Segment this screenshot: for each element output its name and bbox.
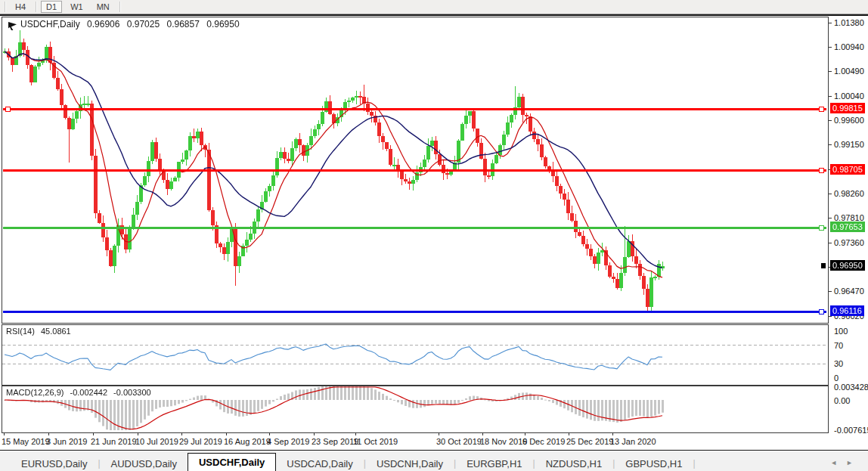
ohlc-close: 0.96950 xyxy=(206,19,239,29)
price-scale-label: 1.01380 xyxy=(834,18,864,27)
rsi-chart-canvas[interactable] xyxy=(2,325,826,383)
price-scale-tick xyxy=(829,194,832,194)
chart-tab-eurusd[interactable]: EURUSD,Daily xyxy=(11,456,98,471)
date-axis-label: 18 Nov 2019 xyxy=(480,437,527,446)
timeframe-button-mn[interactable]: MN xyxy=(91,1,115,13)
horizontal-level-line[interactable] xyxy=(3,311,826,313)
toolbar-separator xyxy=(36,2,36,12)
price-scale-tick xyxy=(829,291,832,292)
price-scale-label: 0.99150 xyxy=(834,140,864,149)
rsi-value: 45.0861 xyxy=(41,327,71,336)
current-price-badge: 0.96950 xyxy=(830,260,865,271)
date-axis-label: 25 Dec 2019 xyxy=(566,437,613,446)
price-scale-label: 0.98260 xyxy=(834,189,864,198)
date-axis-tick xyxy=(226,432,227,435)
level-price-badge: 0.99815 xyxy=(830,103,865,113)
horizontal-level-line[interactable] xyxy=(3,108,826,110)
timeframe-toolbar: H4D1W1MN xyxy=(0,0,868,14)
tab-scroll-right-icon[interactable]: ► xyxy=(846,459,862,466)
date-axis-tick xyxy=(48,432,49,435)
tab-scroll-left-icon[interactable]: ◄ xyxy=(830,459,846,466)
date-axis-label: 4 Sep 2019 xyxy=(267,437,309,446)
price-scale-label: 1.00940 xyxy=(834,42,864,51)
chart-tab-bar: EURUSD,Daily|AUDUSD,DailyUSDCHF,DailyUSD… xyxy=(0,450,868,471)
date-axis-tick xyxy=(93,432,94,435)
date-axis-tick xyxy=(314,432,315,435)
macd-scale-label: 0.003428 xyxy=(834,383,868,392)
date-axis-label: 13 Jan 2020 xyxy=(610,437,656,446)
main-chart-panel: USDCHF,Daily 0.96906 0.97025 0.96857 0.9… xyxy=(2,17,829,324)
date-axis-label: 15 May 2019 xyxy=(2,437,50,446)
price-scale-tick xyxy=(829,316,832,317)
price-scale-label: 0.96470 xyxy=(834,287,864,296)
date-axis-tick xyxy=(138,432,138,435)
rsi-indicator-panel: RSI(14) 45.0861 xyxy=(2,324,829,386)
chart-tab-eurgbp[interactable]: EURGBP,H1 xyxy=(456,456,532,471)
macd-name: MACD(12,26,9) xyxy=(6,388,64,397)
level-price-badge: 0.98705 xyxy=(830,164,865,175)
hline-handle[interactable] xyxy=(819,107,824,112)
price-scale-tick xyxy=(829,71,832,72)
timeframe-button-d1[interactable]: D1 xyxy=(41,1,62,13)
price-scale-tick xyxy=(829,23,832,23)
chart-info-line: USDCHF,Daily 0.96906 0.97025 0.96857 0.9… xyxy=(20,19,244,29)
hline-handle[interactable] xyxy=(5,107,11,112)
current-price-mark xyxy=(821,263,826,268)
chart-tab-usdchf[interactable]: USDCHF,Daily xyxy=(188,453,276,471)
date-axis-tick xyxy=(355,432,356,435)
date-axis-label: 10 Jul 2019 xyxy=(135,437,178,446)
date-axis[interactable]: 15 May 20193 Jun 201921 Jun 201910 Jul 2… xyxy=(0,432,868,449)
chart-tab-usdcad[interactable]: USDCAD,Daily xyxy=(276,456,363,471)
chart-tab-nzdusd[interactable]: NZDUSD,H1 xyxy=(535,456,612,471)
chart-tab-usdcnh[interactable]: USDCNH,Daily xyxy=(366,456,454,471)
timeframe-button-w1[interactable]: W1 xyxy=(65,1,88,13)
date-axis-label: 11 Oct 2019 xyxy=(353,437,398,446)
toolbar-divider xyxy=(0,14,868,16)
date-axis-label: 6 Dec 2019 xyxy=(522,437,565,446)
macd-main-value: -0.002442 xyxy=(70,388,107,397)
chart-tab-audusd[interactable]: AUDUSD,Daily xyxy=(101,456,188,471)
date-axis-tick xyxy=(482,432,483,435)
price-scale-label: 1.00040 xyxy=(834,91,864,101)
tab-separator: | xyxy=(693,456,695,471)
trading-terminal-window: H4D1W1MN USDCHF,Daily 0.96906 0.97025 0.… xyxy=(0,0,868,471)
price-scale-tick xyxy=(829,243,832,243)
ohlc-open: 0.96906 xyxy=(87,19,119,29)
rsi-scale-label: 70 xyxy=(834,341,843,350)
price-scale-tick xyxy=(829,47,832,48)
date-axis-label: 21 Jun 2019 xyxy=(91,437,137,446)
date-axis-label: 3 Jun 2019 xyxy=(46,437,87,446)
ohlc-low: 0.96857 xyxy=(167,19,200,29)
date-axis-tick xyxy=(439,432,439,435)
date-axis-label: 16 Aug 2019 xyxy=(224,437,271,446)
date-axis-label: 23 Sep 2019 xyxy=(312,437,358,446)
price-scale-tick xyxy=(829,144,832,145)
date-axis-tick xyxy=(269,432,270,435)
chart-symbol-timeframe: USDCHF,Daily xyxy=(20,19,80,29)
macd-label: MACD(12,26,9) -0.002442 -0.003300 xyxy=(6,388,155,397)
hline-handle[interactable] xyxy=(819,309,824,315)
hline-handle[interactable] xyxy=(819,168,824,173)
price-scale[interactable]: 1.013801.009401.004901.000400.996000.991… xyxy=(829,17,868,322)
chart-tab-gbpusd[interactable]: GBPUSD,H1 xyxy=(615,456,693,471)
horizontal-level-line[interactable] xyxy=(3,227,826,229)
date-axis-tick xyxy=(569,432,569,435)
price-scale-label: 1.00490 xyxy=(834,67,864,76)
date-axis-label: 29 Jul 2019 xyxy=(179,437,222,446)
macd-scale[interactable]: 0.0034280.00-0.007615 xyxy=(829,386,868,432)
price-scale-label: 0.99600 xyxy=(834,116,864,125)
hline-handle[interactable] xyxy=(819,225,824,231)
date-axis-tick xyxy=(4,432,5,435)
rsi-scale[interactable]: 10070300 xyxy=(829,324,868,384)
macd-indicator-panel: MACD(12,26,9) -0.002442 -0.003300 xyxy=(2,386,829,433)
level-price-badge: 0.97653 xyxy=(830,222,865,232)
level-price-badge: 0.96116 xyxy=(830,305,864,316)
rsi-name: RSI(14) xyxy=(6,327,35,336)
tab-scroll-arrows: ◄► xyxy=(830,459,862,466)
toolbar-separator xyxy=(119,2,120,12)
date-axis-tick xyxy=(525,432,525,435)
price-scale-tick xyxy=(829,96,832,97)
timeframe-button-h4[interactable]: H4 xyxy=(10,1,31,13)
price-scale-label: 0.97360 xyxy=(834,238,864,247)
horizontal-level-line[interactable] xyxy=(3,169,826,172)
